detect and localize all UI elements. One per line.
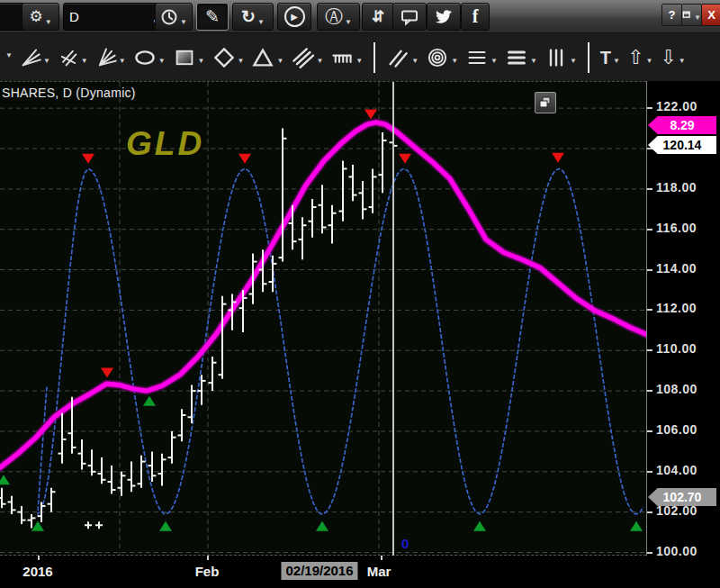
chevron-down-icon: ▼: [257, 18, 265, 30]
time-label: 2016: [22, 564, 52, 579]
price-label: 106.00: [656, 422, 698, 437]
peak-marker-red: [101, 368, 113, 378]
speech-bubble-icon: [400, 8, 419, 26]
title-bar: ▼⚙▼D▼▼✎↻▼▶Ⓐ▼⇵f ?▼X: [0, 0, 720, 33]
peak-marker-red: [552, 153, 564, 163]
peak-marker-red: [238, 154, 251, 164]
facebook-button[interactable]: f: [461, 3, 490, 31]
price-label: 118.00: [656, 180, 697, 194]
fib-circles-tool[interactable]: ▼: [426, 47, 458, 68]
chevron-down-icon: ▼: [81, 57, 88, 68]
help-button[interactable]: ?: [662, 4, 682, 26]
twitter-icon: [434, 8, 454, 26]
share-chart-button[interactable]: ↻▼: [232, 3, 274, 31]
chevron-down-icon: ▼: [645, 57, 652, 68]
ma-line-glow: [0, 122, 646, 467]
play-button[interactable]: ▶: [277, 3, 311, 31]
parallel-lines-icon: [291, 47, 314, 68]
twitter-button[interactable]: [427, 3, 461, 31]
triangle-tool[interactable]: ▼: [251, 47, 284, 68]
hidden-tool-partial[interactable]: ▼: [4, 51, 13, 63]
fib-retracement-tool[interactable]: ▼: [465, 47, 498, 68]
interval-clock-button[interactable]: ▼: [155, 3, 193, 31]
gann-fan-tool[interactable]: ▼: [95, 47, 126, 68]
clock-icon: [160, 8, 178, 26]
restore-window-button[interactable]: ▼: [681, 4, 702, 26]
price-plot[interactable]: [0, 82, 646, 556]
price-tick: [647, 390, 652, 392]
chevron-down-icon: ▼: [45, 18, 52, 30]
price-label: 116.00: [656, 221, 697, 235]
fan-lines-tool[interactable]: ▼: [20, 47, 50, 68]
chevron-down-icon: ▼: [119, 57, 126, 68]
price-axis[interactable]: 122.00118.00116.00114.00112.00110.00108.…: [646, 81, 720, 556]
cycle-handle-plus: [85, 521, 92, 529]
chevron-down-icon: ▼: [613, 57, 620, 68]
price-tag: 102.70: [648, 488, 716, 506]
settings-gear-button[interactable]: ⚙▼: [22, 3, 59, 31]
vertical-lines-tool[interactable]: ▼: [544, 47, 577, 68]
draw-pencil-button[interactable]: ✎: [196, 3, 229, 31]
time-label: Mar: [367, 564, 392, 579]
auto-run-button[interactable]: Ⓐ▼: [317, 3, 360, 31]
period-combo[interactable]: D▼: [63, 3, 166, 31]
price-label: 104.00: [656, 463, 698, 477]
chart-area[interactable]: SHARES, D (Dynamic) GLD 0: [0, 81, 646, 556]
ellipse-icon: [133, 47, 157, 68]
trough-marker-green: [159, 521, 172, 531]
gear-icon: ⚙: [29, 9, 42, 24]
arrow-up-tool[interactable]: ⇧▼: [627, 47, 652, 68]
close-button[interactable]: X: [701, 4, 720, 26]
three-hlines-bold-icon: [505, 47, 528, 68]
restore-chart-button[interactable]: [535, 92, 556, 113]
restore-window-icon: [682, 10, 692, 21]
diamond-tool[interactable]: ▼: [212, 47, 245, 68]
price-tick: [647, 430, 652, 432]
fib-extension-tool[interactable]: ▼: [505, 47, 537, 68]
arrow-down-icon: ⇩: [660, 47, 676, 68]
date-tag: 02/19/2016: [281, 562, 357, 580]
text-t-icon: T: [600, 47, 611, 68]
time-label: Feb: [195, 564, 220, 579]
time-axis[interactable]: 2016FebMar02/19/2016: [0, 556, 720, 588]
price-tick: [647, 471, 652, 473]
chevron-down-icon: ▼: [180, 18, 187, 30]
two-lines-icon: [386, 47, 410, 68]
trough-marker-green: [473, 521, 486, 531]
arrow-down-tool[interactable]: ⇩▼: [660, 47, 685, 68]
ellipse-tool[interactable]: ▼: [133, 47, 166, 68]
toolbar-separator: [374, 42, 375, 73]
price-label: 114.00: [656, 261, 697, 276]
comb-icon: [330, 47, 354, 68]
pitchfork-icon: [58, 47, 79, 68]
chevron-down-icon: ▼: [345, 18, 352, 30]
time-tick: [207, 556, 209, 560]
a-circle-icon: Ⓐ: [325, 9, 343, 24]
fan-lines-icon: [20, 47, 41, 68]
sort-arrows-button[interactable]: ⇵: [362, 3, 394, 31]
rectangle-tool[interactable]: ▼: [173, 47, 205, 68]
parallel-lines-tool[interactable]: ▼: [291, 47, 323, 68]
chevron-down-icon: ▼: [570, 57, 577, 68]
concentric-circles-icon: [426, 47, 449, 68]
cycle-comb-tool[interactable]: ▼: [330, 47, 363, 68]
chevron-down-icon: ▼: [238, 57, 245, 68]
pencil-icon: ✎: [205, 9, 220, 24]
price-tag: 8.29: [648, 116, 716, 134]
comment-button[interactable]: [392, 3, 427, 31]
trough-marker-green: [32, 521, 44, 531]
price-tick: [647, 511, 652, 513]
chevron-down-icon: ▼: [490, 57, 498, 68]
rectangle-icon: [173, 47, 196, 68]
chevron-down-icon: ▼: [158, 57, 166, 68]
pitchfork-tool[interactable]: ▼: [58, 47, 88, 68]
play-icon: ▶: [284, 6, 305, 27]
cycle-handle-plus: [95, 521, 103, 529]
trend-channel-tool[interactable]: ▼: [386, 47, 418, 68]
peak-marker-red: [82, 154, 94, 164]
chevron-down-icon: ▼: [276, 57, 284, 68]
chevron-down-icon: ▼: [356, 57, 363, 68]
chevron-down-icon: ▼: [411, 57, 418, 68]
time-tick: [381, 556, 382, 560]
text-tool[interactable]: T▼: [600, 47, 620, 68]
